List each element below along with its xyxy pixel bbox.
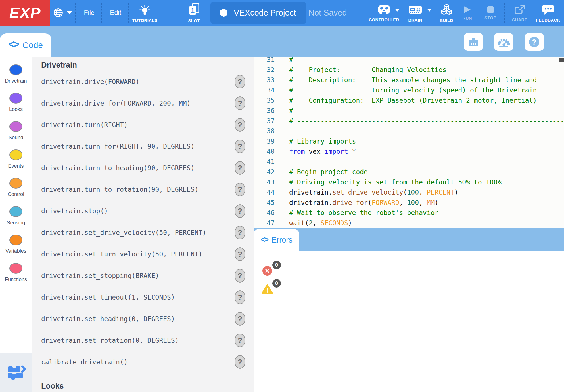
help-icon[interactable]: ? bbox=[235, 290, 245, 304]
sidebar-item-variables[interactable]: Variables bbox=[0, 235, 32, 254]
tutorials-button[interactable]: TUTORIALS bbox=[132, 0, 157, 26]
controller-icon bbox=[377, 4, 391, 16]
file-menu[interactable]: File bbox=[84, 0, 94, 26]
sidebar-item-functions[interactable]: Functions bbox=[0, 263, 32, 283]
category-label: Sound bbox=[0, 135, 32, 141]
line-number: 40 bbox=[254, 146, 275, 157]
line-number: 38 bbox=[254, 126, 275, 136]
command-item[interactable]: calibrate_drivetrain()? bbox=[32, 351, 254, 373]
help-icon[interactable]: ? bbox=[235, 204, 245, 218]
errors-brackets-icon: <> bbox=[260, 235, 269, 244]
command-code: drivetrain.turn_to_heading(90, DEGREES) bbox=[41, 164, 195, 172]
command-item[interactable]: drivetrain.stop()? bbox=[32, 200, 254, 222]
edit-menu[interactable]: Edit bbox=[110, 0, 121, 26]
help-button[interactable]: ? bbox=[525, 33, 544, 51]
brain-chevron-down-icon[interactable] bbox=[427, 9, 432, 12]
lightbulb-icon bbox=[139, 3, 151, 16]
dashboard-button[interactable] bbox=[494, 33, 513, 51]
vex-exp-logo: EXP bbox=[0, 0, 50, 26]
help-icon[interactable]: ? bbox=[235, 312, 245, 326]
command-item[interactable]: drivetrain.set_drive_velocity(50, PERCEN… bbox=[32, 222, 254, 243]
category-color-dot bbox=[9, 93, 22, 104]
line-number: 39 bbox=[254, 136, 275, 146]
code-text: # Begin project code bbox=[289, 167, 368, 177]
code-editor[interactable]: 31#32# Project: Changing Velocities33# D… bbox=[254, 57, 564, 228]
code-line: 37# ------------------------------------… bbox=[254, 116, 564, 126]
run-button[interactable]: RUN bbox=[462, 0, 472, 26]
sidebar-item-looks[interactable]: Looks bbox=[0, 93, 32, 112]
help-icon[interactable]: ? bbox=[235, 247, 245, 261]
line-number: 46 bbox=[254, 208, 275, 218]
category-label: Looks bbox=[0, 106, 32, 112]
help-icon[interactable]: ? bbox=[235, 161, 245, 175]
category-label: Variables bbox=[0, 248, 32, 254]
share-button[interactable]: SHARE bbox=[512, 0, 527, 26]
command-item[interactable]: drivetrain.drive_for(FORWARD, 200, MM)? bbox=[32, 92, 254, 114]
command-item[interactable]: drivetrain.set_heading(0, DEGREES)? bbox=[32, 308, 254, 330]
project-name: VEXcode Project bbox=[234, 8, 296, 18]
help-icon[interactable]: ? bbox=[235, 140, 245, 153]
error-count-badge: 0 bbox=[272, 261, 281, 269]
scrollbar-track[interactable] bbox=[559, 57, 559, 228]
command-item[interactable]: drivetrain.set_turn_velocity(50, PERCENT… bbox=[32, 243, 254, 265]
feedback-bubble-icon bbox=[541, 3, 555, 16]
build-button[interactable]: BUILD bbox=[440, 0, 453, 26]
command-code: drivetrain.set_drive_velocity(50, PERCEN… bbox=[41, 229, 206, 236]
sidebar-item-sensing[interactable]: Sensing bbox=[0, 206, 32, 226]
category-label: Events bbox=[0, 163, 32, 169]
code-line: 46# Wait to observe the robot's behavior bbox=[254, 208, 564, 218]
help-icon[interactable]: ? bbox=[235, 226, 245, 239]
switch-to-blocks-button[interactable] bbox=[0, 353, 32, 392]
brain-button[interactable]: BRAIN bbox=[408, 0, 423, 26]
svg-text:1: 1 bbox=[191, 7, 195, 14]
code-text: # Description: This example changes the … bbox=[289, 75, 537, 85]
project-name-button[interactable]: VEXcode Project bbox=[210, 2, 306, 24]
command-item[interactable]: drivetrain.set_rotation(0, DEGREES)? bbox=[32, 330, 254, 351]
line-number: 45 bbox=[254, 197, 275, 208]
vexcode-app: EXP File Edit bbox=[0, 0, 564, 392]
command-code: drivetrain.turn(RIGHT) bbox=[41, 121, 128, 128]
sidebar-item-control[interactable]: Control bbox=[0, 178, 32, 197]
code-line: 36# bbox=[254, 106, 564, 116]
command-item[interactable]: drivetrain.turn_to_heading(90, DEGREES)? bbox=[32, 157, 254, 179]
sidebar-item-sound[interactable]: Sound bbox=[0, 121, 32, 141]
sidebar-item-drivetrain[interactable]: Drivetrain bbox=[0, 64, 32, 84]
line-number: 41 bbox=[254, 157, 275, 167]
slot-button[interactable]: 1 SLOT bbox=[187, 0, 201, 26]
help-icon[interactable]: ? bbox=[235, 118, 245, 132]
command-item[interactable]: drivetrain.set_timeout(1, SECONDS)? bbox=[32, 286, 254, 308]
category-color-dot bbox=[9, 206, 22, 217]
help-icon[interactable]: ? bbox=[235, 96, 245, 110]
command-code: drivetrain.set_heading(0, DEGREES) bbox=[41, 315, 175, 323]
command-code: drivetrain.set_turn_velocity(50, PERCENT… bbox=[41, 250, 202, 258]
controller-chevron-down-icon[interactable] bbox=[395, 9, 400, 12]
scrollbar-thumb[interactable] bbox=[559, 58, 564, 62]
command-item[interactable]: drivetrain.drive(FORWARD)? bbox=[32, 71, 254, 92]
line-number: 36 bbox=[254, 106, 275, 116]
help-icon[interactable]: ? bbox=[235, 334, 245, 347]
chevron-down-icon bbox=[67, 11, 72, 14]
command-item[interactable]: drivetrain.turn_for(RIGHT, 90, DEGREES)? bbox=[32, 136, 254, 157]
feedback-button[interactable]: FEEDBACK bbox=[536, 0, 560, 26]
help-icon[interactable]: ? bbox=[235, 183, 245, 196]
sidebar-item-events[interactable]: Events bbox=[0, 149, 32, 169]
tab-errors[interactable]: <> Errors bbox=[254, 229, 299, 251]
language-menu[interactable] bbox=[53, 0, 72, 26]
device-info-button[interactable] bbox=[464, 33, 483, 51]
code-text: drivetrain.drive_for(FORWARD, 100, MM) bbox=[289, 197, 438, 208]
help-icon[interactable]: ? bbox=[235, 269, 245, 283]
stop-button[interactable]: STOP bbox=[484, 0, 496, 26]
command-item[interactable]: drivetrain.turn_to_rotation(90, DEGREES)… bbox=[32, 179, 254, 200]
gauge-icon bbox=[498, 36, 510, 48]
top-menu-bar: EXP File Edit bbox=[0, 0, 564, 26]
help-icon[interactable]: ? bbox=[235, 75, 245, 88]
help-icon[interactable]: ? bbox=[235, 355, 245, 369]
line-number: 33 bbox=[254, 75, 275, 85]
command-item[interactable]: drivetrain.set_stopping(BRAKE)? bbox=[32, 265, 254, 286]
controller-button[interactable]: CONTROLLER bbox=[369, 0, 399, 26]
menu-divider bbox=[75, 3, 76, 23]
command-item[interactable]: drivetrain.turn(RIGHT)? bbox=[32, 114, 254, 136]
code-line: 42# Begin project code bbox=[254, 167, 564, 177]
line-number: 43 bbox=[254, 177, 275, 187]
tab-code[interactable]: <> Code bbox=[0, 33, 51, 57]
